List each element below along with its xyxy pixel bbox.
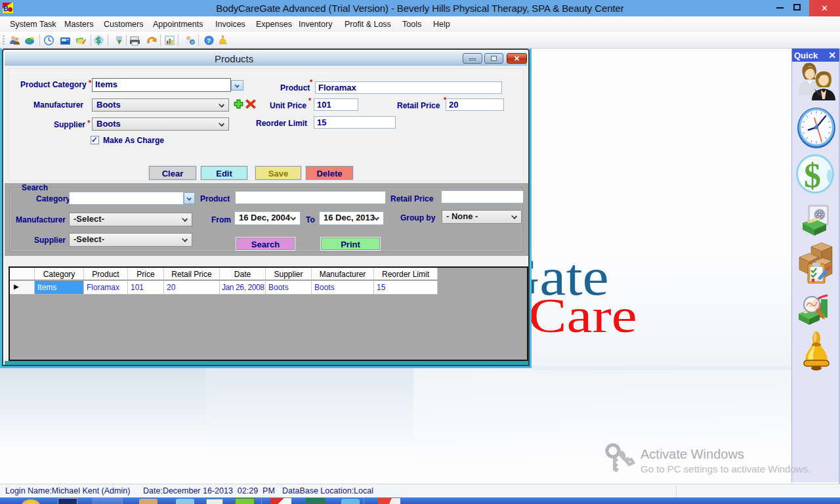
svg-text:?: ?: [207, 37, 211, 44]
svg-text:$: $: [804, 157, 821, 194]
svg-text:$: $: [96, 36, 101, 45]
